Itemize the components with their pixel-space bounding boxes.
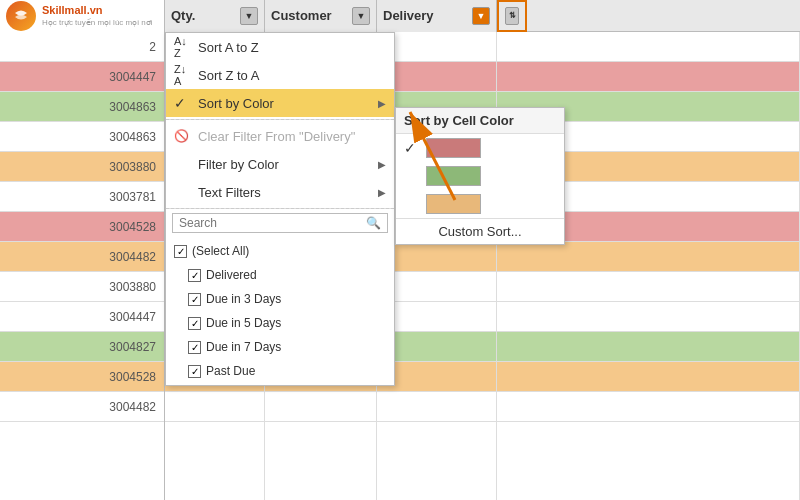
az-desc-icon: Z↓A [174,63,194,87]
data-area: 2300444730048633004863300388030037813004… [0,32,800,500]
color-check-pink: ✓ [404,140,422,156]
separator-2 [166,208,394,209]
checkbox-label-past-due: Past Due [206,364,255,378]
checkbox-due-3[interactable] [188,293,201,306]
filter-color-arrow-icon: ▶ [378,159,386,170]
checkbox-item-due-7[interactable]: Due in 7 Days [166,335,394,359]
custom-sort-btn[interactable]: Custom Sort... [396,218,564,244]
row-num-2: 3004447 [0,62,164,92]
data-cell-row13-colqty [165,392,264,422]
menu-item-filter-color[interactable]: Filter by Color ▶ [166,150,394,178]
menu-item-clear-filter: 🚫 Clear Filter From "Delivery" [166,122,394,150]
col-header-qty[interactable]: Qty. ▼ [165,0,265,32]
sort-az-label: Sort A to Z [198,40,386,55]
menu-item-sort-za[interactable]: Z↓A Sort Z to A [166,61,394,89]
col-customer-label: Customer [271,8,332,23]
data-cell-row12-colrest [497,362,799,392]
data-col-rest [497,32,800,500]
checkbox-due-5[interactable] [188,317,201,330]
filter-color-label: Filter by Color [198,157,378,172]
checkbox-label-delivered: Delivered [206,268,257,282]
checkbox-delivered[interactable] [188,269,201,282]
customer-filter-btn[interactable]: ▼ [352,7,370,25]
sort-za-label: Sort Z to A [198,68,386,83]
row-num-4: 3004863 [0,122,164,152]
data-cell-row13-colcust [265,392,376,422]
search-input[interactable] [179,216,366,230]
row-num-10: 3004447 [0,302,164,332]
header-row: Skillmall.vn Học trực tuyến mọi lúc mọi … [0,0,800,32]
color-item-pink[interactable]: ✓ [396,134,564,162]
logo-text-group: Skillmall.vn Học trực tuyến mọi lúc mọi … [42,4,152,26]
color-swatch-green [426,166,481,186]
checkbox-item-delivered[interactable]: Delivered [166,263,394,287]
separator-1 [166,119,394,120]
menu-item-text-filters[interactable]: Text Filters ▶ [166,178,394,206]
checkbox-item-past-due[interactable]: Past Due [166,359,394,383]
checkbox-label-due-3: Due in 3 Days [206,292,281,306]
dropdown-menu: A↓Z Sort A to Z Z↓A Sort Z to A ✓ Sort b… [165,32,395,386]
checkbox-item-due-3[interactable]: Due in 3 Days [166,287,394,311]
col-header-delivery[interactable]: Delivery ▼ [377,0,497,32]
menu-item-sort-color[interactable]: ✓ Sort by Color ▶ [166,89,394,117]
checkbox-past-due[interactable] [188,365,201,378]
data-cell-row8-colrest [497,242,799,272]
row-numbers: 2300444730048633004863300388030037813004… [0,32,165,500]
checkbox-label-due-5: Due in 5 Days [206,316,281,330]
row-num-7: 3004528 [0,212,164,242]
col-delivery-label: Delivery [383,8,434,23]
text-filters-label: Text Filters [198,185,378,200]
checkbox-select-all[interactable] [174,245,187,258]
dropdown-overlay: A↓Z Sort A to Z Z↓A Sort Z to A ✓ Sort b… [165,32,395,386]
az-asc-icon: A↓Z [174,35,194,59]
data-col-delivery [377,32,497,500]
sort-color-submenu: Sort by Cell Color ✓ Custom Sort... [395,107,565,245]
col-header-extra[interactable]: ⇅ [497,0,527,32]
data-cell-row9-colrest [497,272,799,302]
clear-filter-icon: 🚫 [174,129,194,143]
row-num-13: 3004482 [0,392,164,422]
checkbox-label-select-all: (Select All) [192,244,249,258]
sort-color-arrow-icon: ▶ [378,98,386,109]
row-num-6: 3003781 [0,182,164,212]
data-cell-row13-coldeliv [377,392,496,422]
clear-filter-label: Clear Filter From "Delivery" [198,129,386,144]
logo-icon [6,1,36,31]
col-header-customer[interactable]: Customer ▼ [265,0,377,32]
logo-subtext: Học trực tuyến mọi lúc mọi nơi [42,18,152,27]
sort-color-label: Sort by Color [198,96,378,111]
data-cell-row1-colrest [497,32,799,62]
search-icon: 🔍 [366,216,381,230]
row-num-1: 2 [0,32,164,62]
row-num-8: 3004482 [0,242,164,272]
text-filters-arrow-icon: ▶ [378,187,386,198]
row-num-12: 3004528 [0,362,164,392]
data-cell-row10-colrest [497,302,799,332]
checkbox-due-7[interactable] [188,341,201,354]
delivery-filter-btn[interactable]: ▼ [472,7,490,25]
qty-filter-btn[interactable]: ▼ [240,7,258,25]
checkbox-item-select-all[interactable]: (Select All) [166,239,394,263]
row-num-11: 3004827 [0,332,164,362]
menu-item-sort-az[interactable]: A↓Z Sort A to Z [166,33,394,61]
sort-color-check-icon: ✓ [174,95,194,111]
checkbox-label-due-7: Due in 7 Days [206,340,281,354]
data-cell-row2-colrest [497,62,799,92]
logo-name: Skillmall.vn [42,4,152,17]
extra-filter-btn[interactable]: ⇅ [505,7,519,25]
checkbox-item-due-5[interactable]: Due in 5 Days [166,311,394,335]
checkbox-list: (Select All)DeliveredDue in 3 DaysDue in… [166,237,394,385]
data-cell-row13-colrest [497,392,799,422]
color-swatch-pink [426,138,481,158]
col-qty-label: Qty. [171,8,195,23]
submenu-header: Sort by Cell Color [396,108,564,134]
color-item-orange[interactable] [396,190,564,218]
search-box[interactable]: 🔍 [172,213,388,233]
data-cell-row11-colrest [497,332,799,362]
color-swatch-orange [426,194,481,214]
logo-cell: Skillmall.vn Học trực tuyến mọi lúc mọi … [0,0,165,32]
row-num-3: 3004863 [0,92,164,122]
row-num-5: 3003880 [0,152,164,182]
row-num-9: 3003880 [0,272,164,302]
color-item-green[interactable] [396,162,564,190]
